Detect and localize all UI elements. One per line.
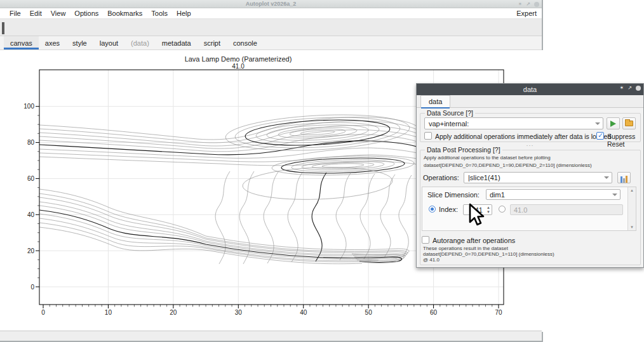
autorange-checkbox[interactable] [422, 236, 429, 244]
scroll-up-icon[interactable]: ▲ [628, 188, 636, 192]
contour-lines [39, 110, 417, 264]
screenshot-stage: Autoplot v2026a_2 ✶ ↗ FileEditViewOption… [0, 0, 644, 342]
main-window-title: Autoplot v2026a_2 [246, 1, 297, 7]
svg-text:20: 20 [27, 247, 35, 254]
spinner-arrows-icon[interactable]: ▲▼ [486, 206, 490, 214]
window-menu-icon[interactable] [636, 86, 641, 91]
menubar: FileEditViewOptionsBookmarksToolsHelp Ex… [0, 8, 542, 19]
resize-icon[interactable]: ↗ [526, 0, 530, 8]
dialog-uri-input[interactable]: vap+internal: [424, 117, 603, 129]
index-radio[interactable] [429, 206, 436, 213]
dialog-titlebar[interactable]: data ✶ ↗ [417, 84, 643, 95]
uri-dropdown-icon[interactable] [595, 122, 600, 125]
apply-operations-label: Apply additional operations immediately … [435, 133, 611, 140]
tab-axes[interactable]: axes [39, 36, 66, 49]
tab-console[interactable]: console [227, 36, 264, 49]
operations-dropdown-icon[interactable] [604, 176, 609, 179]
data-dialog-window: data ✶ ↗ data Data Source [?] vap+intern… [416, 83, 644, 268]
mouse-cursor-icon [467, 203, 485, 227]
autorange-label: Autorange after operations [433, 237, 515, 244]
statusbar [0, 331, 542, 341]
svg-text:50: 50 [365, 309, 373, 316]
tab-data[interactable]: (data) [124, 36, 156, 49]
result-line-1: These operations result in the dataset [423, 246, 508, 251]
operations-input[interactable]: |slice1(41) [464, 172, 612, 183]
operations-label: Operations: [423, 174, 459, 181]
pin-icon[interactable]: ✶ [518, 0, 523, 8]
svg-text:20: 20 [170, 309, 177, 316]
menu-edit[interactable]: Edit [25, 10, 46, 17]
plot-title: Lava Lamp Demo (Parameterized) [185, 55, 292, 63]
menu-items: FileEditViewOptionsBookmarksToolsHelp [5, 10, 196, 17]
dialog-open-file-button[interactable] [622, 117, 636, 129]
svg-text:0: 0 [30, 284, 34, 291]
svg-text:40: 40 [300, 309, 307, 316]
play-icon [610, 121, 616, 127]
post-processing-desc: Apply additional operations to the datas… [424, 155, 551, 161]
menu-help[interactable]: Help [172, 10, 196, 17]
svg-text:40: 40 [27, 211, 35, 218]
dialog-tab-data[interactable]: data [420, 95, 450, 108]
svg-text:0: 0 [41, 309, 45, 316]
menu-view[interactable]: View [46, 10, 70, 17]
slice-dimension-select[interactable]: dim1 [486, 189, 621, 200]
tab-canvas[interactable]: canvas [4, 36, 39, 49]
dataset-info: dataset[DEPEND_0=70,DEPEND_1=90,DEPEND_2… [424, 162, 592, 168]
svg-text:100: 100 [23, 103, 34, 110]
slice-panel: Slice Dimension: dim1 Index: 41 ▲▼ 41.0 … [422, 187, 636, 231]
plot-subtitle: 41.0 [232, 63, 245, 70]
slice-scrollbar[interactable]: ▲ ▼ [627, 187, 636, 230]
post-processing-legend: Data Post Processing [?] [425, 146, 502, 154]
data-source-legend: Data Source [?] [425, 109, 475, 117]
dialog-tabrow: data [417, 95, 643, 108]
tab-layout[interactable]: layout [93, 36, 124, 49]
resize-icon[interactable]: ↗ [627, 84, 632, 92]
tab-metadata[interactable]: metadata [156, 36, 198, 49]
dialog-title: data [523, 86, 537, 93]
svg-text:10: 10 [105, 309, 112, 316]
main-tabbar: canvasaxesstylelayout(data)metadatascrip… [0, 36, 542, 50]
address-toolbar: vap+internal: [0, 19, 542, 36]
slice-dimension-dropdown-icon[interactable] [612, 194, 617, 196]
window-menu-icon[interactable] [534, 2, 539, 7]
folder-icon [625, 121, 633, 126]
svg-text:60: 60 [27, 175, 35, 182]
menu-options[interactable]: Options [70, 10, 103, 17]
result-line-2: dataset[DEPEND_0=70,DEPEND_1=110] (dimen… [423, 251, 554, 257]
slice-dimension-label: Slice Dimension: [427, 191, 480, 199]
menu-bookmarks[interactable]: Bookmarks [103, 10, 147, 17]
operations-filter-button[interactable] [617, 172, 631, 183]
svg-text:70: 70 [495, 309, 502, 316]
apply-operations-checkbox[interactable] [424, 132, 432, 140]
expert-mode-label[interactable]: Expert [516, 8, 537, 19]
main-window-titlebar[interactable]: Autoplot v2026a_2 ✶ ↗ [0, 0, 542, 8]
menu-tools[interactable]: Tools [147, 10, 172, 17]
result-line-3: @ 41.0 [423, 257, 439, 263]
suppress-reset-checkbox[interactable] [596, 132, 604, 140]
tab-style[interactable]: style [66, 36, 93, 49]
svg-text:30: 30 [235, 309, 243, 316]
svg-text:80: 80 [27, 139, 35, 146]
uri-editor-toggle-icon[interactable] [2, 23, 7, 32]
value-radio[interactable] [499, 206, 506, 213]
menu-file[interactable]: File [5, 10, 25, 17]
pin-icon[interactable]: ✶ [620, 84, 624, 92]
index-value-field: 41.0 [510, 204, 623, 215]
dialog-go-button[interactable] [607, 117, 620, 129]
scroll-down-icon[interactable]: ▼ [628, 225, 636, 229]
tab-script[interactable]: script [198, 36, 227, 49]
index-label: Index: [439, 206, 458, 213]
svg-text:60: 60 [430, 309, 438, 316]
